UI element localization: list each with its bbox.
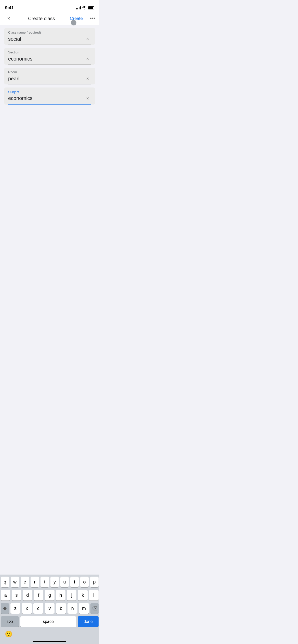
signal-icon — [76, 6, 81, 9]
page-title: Create class — [28, 16, 55, 21]
nav-right: Create ••• — [70, 16, 95, 21]
class-name-card: Class name (required) social ✕ — [4, 28, 95, 45]
nav-bar: × Create class Create ••• — [0, 12, 99, 25]
room-clear-button[interactable]: ✕ — [84, 75, 91, 82]
class-name-label: Class name (required) — [8, 31, 91, 34]
subject-clear-button[interactable]: ✕ — [84, 95, 91, 102]
section-value: economics — [8, 56, 84, 62]
status-time: 9:41 — [5, 5, 14, 10]
section-label: Section — [8, 50, 91, 54]
class-name-value: social — [8, 36, 84, 42]
content-spacer — [0, 108, 99, 123]
form-area: Class name (required) social ✕ Section e… — [0, 25, 99, 108]
section-clear-button[interactable]: ✕ — [84, 55, 91, 62]
section-card: Section economics ✕ — [4, 48, 95, 65]
battery-icon — [88, 6, 94, 9]
subject-card: Subject economics ✕ — [4, 87, 95, 105]
status-bar: 9:41 — [0, 0, 99, 12]
room-card: Room pearl ✕ — [4, 68, 95, 84]
room-label: Room — [8, 70, 91, 74]
room-row[interactable]: pearl ✕ — [8, 75, 91, 84]
subject-label: Subject — [8, 90, 91, 94]
nav-indicator-dot — [71, 20, 76, 25]
subject-row[interactable]: economics ✕ — [8, 95, 91, 105]
wifi-icon — [82, 6, 86, 9]
class-name-clear-button[interactable]: ✕ — [84, 35, 91, 42]
class-name-row[interactable]: social ✕ — [8, 35, 91, 45]
status-icons — [76, 6, 94, 9]
subject-value: economics — [8, 95, 84, 101]
section-row[interactable]: economics ✕ — [8, 55, 91, 65]
close-button[interactable]: × — [4, 14, 13, 23]
room-value: pearl — [8, 76, 84, 82]
more-options-button[interactable]: ••• — [90, 16, 95, 21]
